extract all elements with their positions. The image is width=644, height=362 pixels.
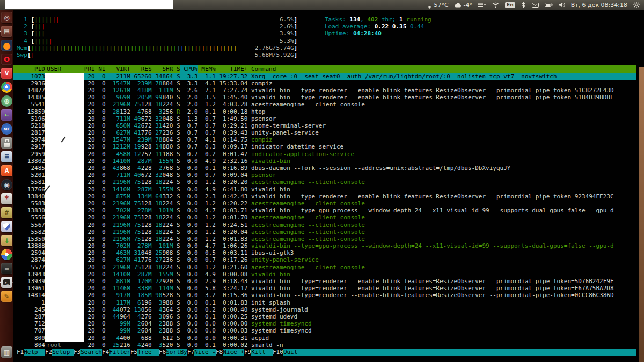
launcher-item-acestream[interactable]: A xyxy=(1,165,12,176)
fn-label-f2[interactable]: Setup xyxy=(52,349,74,356)
fn-key-f6[interactable]: F6 xyxy=(159,349,166,356)
session-indicator[interactable] xyxy=(633,0,640,10)
process-row[interactable]: 8002004400688612S0.00.00:00.31acpid xyxy=(13,335,636,342)
process-row[interactable]: 14385200969M205M99840S2.03.51:45.40vival… xyxy=(13,94,636,101)
temperature-indicator[interactable]: 57°C xyxy=(427,0,448,10)
fn-label-f5[interactable]: Tree xyxy=(137,349,159,356)
launcher-item-files[interactable]: ▤ xyxy=(1,26,12,37)
fn-key-f1[interactable]: F1 xyxy=(17,349,24,356)
fn-key-f4[interactable]: F4 xyxy=(102,349,109,356)
launcher-item-trash[interactable]: ▥ xyxy=(1,346,12,358)
process-row[interactable]: 24520044072130564364S0.00.20:00.40system… xyxy=(13,306,636,313)
process-row[interactable]: 70720099M26042388S0.00.00:00.03systemd-t… xyxy=(13,327,636,334)
launcher-item-firefox[interactable]: ● xyxy=(1,40,12,51)
col-s[interactable]: S xyxy=(173,65,180,72)
fn-label-f1[interactable]: Help xyxy=(24,349,45,356)
process-row[interactable]: 13840200875M134M64332S0.02.30:42.43vival… xyxy=(13,193,636,200)
fn-key-f5[interactable]: F5 xyxy=(130,349,137,356)
keyboard-layout-indicator[interactable]: En xyxy=(505,0,515,10)
process-row[interactable]: 13888200702M278M101MS0.04.71:06.26vivald… xyxy=(13,242,636,249)
process-row[interactable]: 55772002196M7512818224S0.01.20:21.60aces… xyxy=(13,264,636,271)
launcher-item-midnight-commander[interactable]: MC xyxy=(1,123,12,135)
col-pri[interactable]: PRI xyxy=(80,65,94,72)
terminal-window[interactable]: 1 [|||||||6.5%] 2 [|||2.6%] 3 [|||3.9%] … xyxy=(13,10,639,362)
process-row[interactable]: 55822002196M7512818224S0.01.20:20.04aces… xyxy=(13,228,636,235)
fn-label-f3[interactable]: Search xyxy=(80,349,102,356)
fn-key-f2[interactable]: F2 xyxy=(45,349,52,356)
process-row[interactable]: 1073200211M6526034864S3.31.119:27.32Xorg… xyxy=(13,73,636,80)
process-row[interactable]: 1200117M61963988S0.00.10:01.83init splas… xyxy=(13,299,636,306)
process-row[interactable]: 5196200711M4067232048S1.30.71:49.50psens… xyxy=(13,115,636,122)
fn-key-f3[interactable]: F3 xyxy=(74,349,80,356)
col-virt[interactable]: VIRT xyxy=(106,65,130,72)
col-command[interactable]: Command xyxy=(247,65,636,72)
col-user[interactable]: USER xyxy=(45,65,80,72)
launcher-item-opera[interactable]: O xyxy=(1,54,12,65)
fn-label-f7[interactable]: Nice - xyxy=(194,349,216,356)
process-row[interactable]: 13939200881M170M72920S0.02.90:18.43vival… xyxy=(13,278,636,285)
process-row[interactable]: 55672002196M7512818224S0.01.20:24.51aces… xyxy=(13,221,636,228)
col-shr[interactable]: SHR xyxy=(152,65,173,72)
fn-label-f6[interactable]: SortBy xyxy=(166,349,187,356)
process-row[interactable]: 29362001547M239M78804S3.34.115:33.04comp… xyxy=(13,80,636,87)
process-row[interactable]: 5201200711M4067232048S0.00.70:09.04psens… xyxy=(13,172,636,179)
fn-key-f9[interactable]: F9 xyxy=(244,349,251,356)
process-row[interactable]: 13830200702M278M101MS0.04.78:03.71vivald… xyxy=(13,207,636,214)
process-row[interactable]: 55562002196M7512818224S0.01.20:01.70aces… xyxy=(13,214,636,221)
process-row[interactable]: 137662001410M287M155MS0.04.96:41.80vival… xyxy=(13,186,636,193)
process-row[interactable]: 55812002196M7512818224S0.01.20:20.20aces… xyxy=(13,179,636,186)
process-row[interactable]: 29172001212M1992814880S0.70.30:09.17indi… xyxy=(13,143,636,150)
launcher-item-system-settings[interactable]: * xyxy=(1,193,12,204)
process-row[interactable]: 2594200463M3104825908S0.00.50:03.11ibus-… xyxy=(13,249,636,256)
col-time[interactable]: TIME+ xyxy=(216,65,248,72)
process-row[interactable]: 2872004496442763096S0.00.10:00.25systemd… xyxy=(13,313,636,320)
launcher-item-purple-arrow-app[interactable]: ← xyxy=(1,109,12,121)
process-row[interactable]: 71220099M26042388S0.00.00:00.00systemd-t… xyxy=(13,320,636,327)
launcher-item-paint-app[interactable]: ✎ xyxy=(1,291,12,302)
process-row[interactable]: 55832002196M7512818224S0.01.20:20.22aces… xyxy=(13,200,636,207)
launcher-item-dash[interactable]: ◎ xyxy=(1,12,12,23)
bluetooth-indicator[interactable] xyxy=(521,0,526,10)
launcher-item-pattern-app[interactable]: # xyxy=(1,207,12,218)
launcher-item-pinwheel-app[interactable] xyxy=(1,249,12,260)
launcher-item-web-globe[interactable]: ⊕ xyxy=(1,95,12,107)
fn-key-f10[interactable]: F10 xyxy=(273,349,283,356)
sound-indicator[interactable] xyxy=(559,0,565,10)
process-row[interactable]: 55412002196M7512818224S2.01.24:03.28aces… xyxy=(13,101,636,108)
battery-indicator[interactable] xyxy=(545,0,553,10)
launcher-item-shield-app[interactable] xyxy=(1,221,12,232)
launcher-item-chrome[interactable] xyxy=(1,82,12,93)
fn-key-f8[interactable]: F8 xyxy=(216,349,223,356)
notes-menu-indicator[interactable] xyxy=(478,0,486,10)
process-row[interactable]: 139612001146M338M114MS0.05.83:24.17vival… xyxy=(13,285,636,292)
process-row[interactable]: 148772001261M418M131MS2.67.17:27.74vival… xyxy=(13,87,636,94)
process-row[interactable]: 2874200627M4177627236S0.00.70:17.26unity… xyxy=(13,256,636,263)
process-row[interactable]: 138022001410M287M155MS0.04.92:32.16vival… xyxy=(13,158,636,165)
weather-indicator[interactable]: -4° xyxy=(455,0,472,10)
fn-key-f7[interactable]: F7 xyxy=(187,349,194,356)
fn-label-f9[interactable]: Kill xyxy=(251,349,273,356)
fn-label-f4[interactable]: Filter xyxy=(109,349,130,356)
clock-indicator[interactable]: Вт, 6 дек 08:34:18 xyxy=(571,0,627,10)
process-row[interactable]: 804root2002521642403520S0.00.10:00.02sma… xyxy=(13,342,636,349)
messages-indicator[interactable] xyxy=(532,0,539,10)
col-mem[interactable]: MEM% xyxy=(198,65,216,72)
network-indicator[interactable] xyxy=(492,0,499,10)
process-row[interactable]: 2817200627M4177627236S0.70.70:39.43unity… xyxy=(13,129,636,136)
process-table-header[interactable]: PIDUSERPRINIVIRTRESSHRSCPU%MEM%TIME+Comm… xyxy=(13,65,636,72)
launcher-item-passwords-keys[interactable] xyxy=(1,137,12,149)
process-row[interactable]: 139432001410M287M155MS0.04.90:00.08vival… xyxy=(13,271,636,278)
launcher-item-terminal[interactable]: >_ xyxy=(1,277,12,288)
process-row[interactable]: 153502002196M7512818224S0.01.20:01.83ace… xyxy=(13,235,636,242)
launcher-item-display-app[interactable]: ▬ xyxy=(1,263,12,274)
process-row[interactable]: 158592002813247683256R2.00.10:00.18htop xyxy=(13,108,636,115)
col-pid[interactable]: PID xyxy=(17,65,45,72)
launcher-item-vivaldi[interactable]: V xyxy=(1,68,12,79)
fn-label-f10[interactable]: Quit xyxy=(283,349,636,356)
process-row[interactable]: 29742001547M239M78804S0.74.10:14.75compi… xyxy=(13,136,636,143)
col-ni[interactable]: NI xyxy=(95,65,106,72)
launcher-item-steam[interactable]: ◉ xyxy=(1,179,12,190)
col-cpu-sorted[interactable]: CPU% xyxy=(180,65,198,72)
col-res[interactable]: RES xyxy=(130,65,152,72)
process-row[interactable]: 14814200917M185M90528S0.03.20:15.36vival… xyxy=(13,292,636,299)
